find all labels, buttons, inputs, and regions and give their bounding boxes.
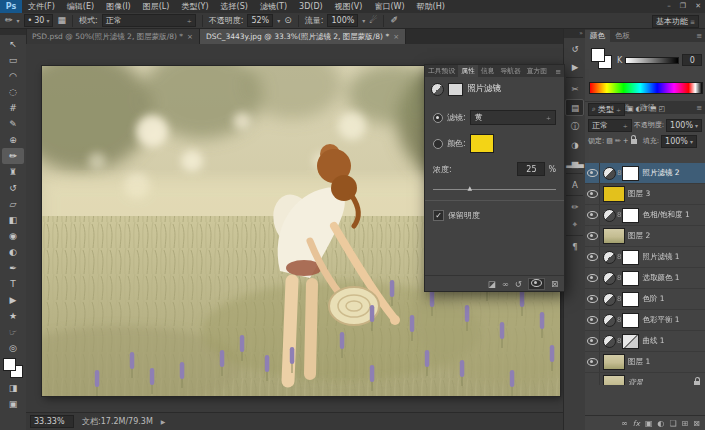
density-slider[interactable]: ▲ xyxy=(433,186,556,194)
actions-panel-icon[interactable]: ▶ xyxy=(566,59,583,74)
close-button[interactable]: ✕ xyxy=(695,0,701,12)
marquee-tool-icon[interactable]: ▭ xyxy=(2,52,24,68)
preserve-luminosity-checkbox[interactable]: ✓ xyxy=(433,210,444,221)
pen-tool-icon[interactable]: ✒ xyxy=(2,260,24,276)
menu-layer[interactable]: 图层(L) xyxy=(137,0,176,13)
color-radio[interactable] xyxy=(433,139,443,149)
k-value-input[interactable]: 0 xyxy=(682,54,702,66)
type-tool-icon[interactable]: T xyxy=(2,276,24,292)
new-group-icon[interactable]: ❏ xyxy=(669,419,676,428)
visibility-toggle[interactable] xyxy=(585,247,600,267)
workspace-switcher[interactable]: 基本功能 ≡ xyxy=(652,15,699,28)
menu-view[interactable]: 视图(V) xyxy=(329,0,369,13)
layer-mask-thumbnail[interactable] xyxy=(622,292,639,307)
brush-tool-icon[interactable]: ✏ xyxy=(2,148,24,164)
foreground-color-swatch[interactable] xyxy=(3,358,16,371)
restore-button[interactable]: ❐ xyxy=(680,0,686,12)
character-panel-icon[interactable]: A xyxy=(566,177,583,192)
blend-mode-select[interactable]: 正常 ÷ xyxy=(588,119,632,132)
status-options-arrow[interactable]: ▶ xyxy=(161,418,166,425)
tab-properties[interactable]: 属性 xyxy=(458,65,478,77)
menu-image[interactable]: 图像(I) xyxy=(100,0,137,13)
menu-file[interactable]: 文件(F) xyxy=(22,0,61,13)
tab-color[interactable]: 颜色 xyxy=(585,30,610,42)
document-tab-psd[interactable]: PSD.psd @ 50%(照片滤镜 2, 图层蒙版/8) * × xyxy=(26,29,200,44)
layer-row-photo-filter-2[interactable]: 8 照片滤镜 2 xyxy=(585,163,705,184)
collapse-dock-icon[interactable]: » xyxy=(564,29,585,38)
filter-select[interactable]: 黄 ÷ xyxy=(470,110,556,125)
layer-thumbnail[interactable] xyxy=(603,354,625,370)
layer-filter-kind-select[interactable]: ⌕ 类型 ÷ xyxy=(588,103,625,116)
tab-swatches[interactable]: 色板 xyxy=(610,30,635,42)
dodge-tool-icon[interactable]: ◐ xyxy=(2,244,24,260)
layer-mask-thumbnail[interactable] xyxy=(622,166,639,181)
brush-panel-toggle-icon[interactable]: ▦ xyxy=(57,15,66,26)
pressure-size-icon[interactable]: ✐ xyxy=(390,15,398,26)
filter-color-swatch[interactable] xyxy=(470,134,494,153)
blur-tool-icon[interactable]: ◉ xyxy=(2,228,24,244)
clip-to-layer-icon[interactable]: ◪ xyxy=(488,279,496,289)
airbrush-icon[interactable]: ☄ xyxy=(369,15,377,26)
visibility-toggle[interactable] xyxy=(585,163,600,183)
zoom-level-input[interactable]: 33.33% xyxy=(30,415,74,428)
density-input[interactable]: 25 xyxy=(517,162,545,176)
delete-adjustment-icon[interactable]: ⊠ xyxy=(551,279,558,289)
visibility-toggle[interactable] xyxy=(585,268,600,288)
menu-help[interactable]: 帮助(H) xyxy=(411,0,451,13)
filter-adjustment-layers-icon[interactable]: ◐ xyxy=(636,105,642,113)
pressure-opacity-icon[interactable]: ⊙ xyxy=(284,15,292,26)
layer-row-levels-1[interactable]: 8 色阶 1 xyxy=(585,289,705,310)
clone-stamp-tool-icon[interactable]: ♜ xyxy=(2,164,24,180)
link-layers-icon[interactable]: ∞ xyxy=(621,419,628,428)
layer-row-photo-filter-1[interactable]: 8 照片滤镜 1 xyxy=(585,247,705,268)
gradient-tool-icon[interactable]: ◧ xyxy=(2,212,24,228)
menu-edit[interactable]: 编辑(E) xyxy=(61,0,100,13)
menu-select[interactable]: 选择(S) xyxy=(215,0,254,13)
brush-tool-icon[interactable]: ✏ xyxy=(5,15,13,26)
panel-menu-icon[interactable]: ≡ xyxy=(555,68,561,76)
minimize-button[interactable]: – xyxy=(667,0,671,12)
menu-window[interactable]: 窗口(W) xyxy=(368,0,410,13)
filter-type-layers-icon[interactable]: T xyxy=(644,105,648,113)
opacity-slider-arrow[interactable]: ▾ xyxy=(277,17,280,24)
brush-size-picker[interactable]: • 30 ▾ xyxy=(24,14,54,27)
document-tab-dsc3443y[interactable]: DSC_3443y.jpg @ 33.3%(照片滤镜 2, 图层蒙版/8) * … xyxy=(200,29,406,44)
filter-radio[interactable] xyxy=(433,113,443,123)
layer-fill-input[interactable]: 100% ▾ xyxy=(661,135,697,148)
menu-type[interactable]: 类型(Y) xyxy=(175,0,214,13)
curves-thumbnail[interactable] xyxy=(622,334,639,349)
properties-panel-icon[interactable]: ▤ xyxy=(565,99,584,116)
flow-slider-arrow[interactable]: ▾ xyxy=(362,17,365,24)
flow-input[interactable]: 100% xyxy=(327,14,358,27)
brush-panel-icon[interactable]: ✏ xyxy=(566,199,583,214)
layer-row-selective-color-1[interactable]: 8 选取颜色 1 xyxy=(585,268,705,289)
layer-row-color-balance-1[interactable]: 8 色彩平衡 1 xyxy=(585,310,705,331)
lock-position-icon[interactable]: + xyxy=(623,137,629,145)
close-icon[interactable]: × xyxy=(187,33,193,41)
tab-info[interactable]: 信息 xyxy=(478,65,498,77)
layer-thumbnail[interactable] xyxy=(603,186,625,202)
layer-mask-thumbnail[interactable] xyxy=(622,271,639,286)
info-panel-icon[interactable]: ⓘ xyxy=(566,119,583,134)
layer-thumbnail[interactable] xyxy=(603,228,625,244)
visibility-toggle[interactable] xyxy=(585,289,600,309)
toolbox-grip[interactable] xyxy=(0,29,26,35)
styles-panel-icon[interactable]: ✂ xyxy=(566,81,583,96)
visibility-toggle[interactable] xyxy=(585,331,600,351)
filter-pixel-layers-icon[interactable]: ▣ xyxy=(627,105,634,113)
k-slider[interactable] xyxy=(625,57,679,64)
visibility-toggle[interactable] xyxy=(585,184,600,204)
adjustments-panel-icon[interactable]: ◑ xyxy=(566,137,583,152)
move-tool-icon[interactable]: ↖ xyxy=(2,36,24,52)
layer-row-background[interactable]: 背景 xyxy=(585,373,705,385)
layer-opacity-input[interactable]: 100% ▾ xyxy=(666,119,702,132)
quick-mask-icon[interactable]: ◨ xyxy=(2,380,24,396)
delete-layer-icon[interactable]: ⊠ xyxy=(693,419,700,428)
add-mask-icon[interactable]: ▣ xyxy=(645,419,653,428)
eraser-tool-icon[interactable]: ▱ xyxy=(2,196,24,212)
zoom-tool-icon[interactable]: ◎ xyxy=(2,340,24,356)
tab-navigator[interactable]: 导航器 xyxy=(497,65,523,77)
foreground-color-swatch[interactable] xyxy=(591,48,605,62)
visibility-toggle[interactable] xyxy=(585,310,600,330)
shape-tool-icon[interactable]: ★ xyxy=(2,308,24,324)
